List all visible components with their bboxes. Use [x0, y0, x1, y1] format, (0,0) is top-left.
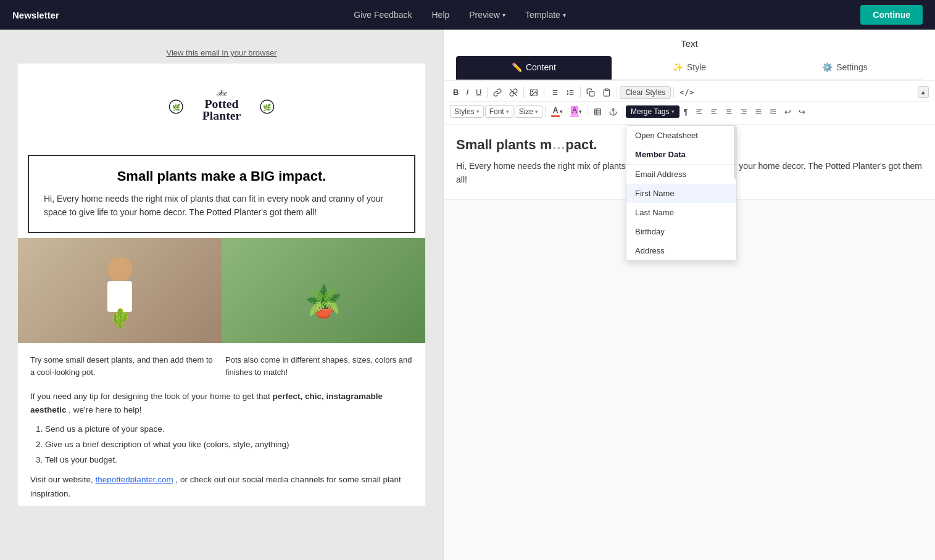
dropdown-first-name[interactable]: First Name	[626, 184, 736, 203]
merge-tags-dropdown-menu: Open Cheatsheet Member Data Email Addres…	[626, 125, 737, 261]
separator-8	[588, 106, 588, 117]
italic-button[interactable]: I	[463, 86, 472, 99]
svg-text:🪴: 🪴	[304, 283, 343, 320]
view-browser-link[interactable]: View this email in your browser	[167, 48, 277, 57]
copy-button[interactable]	[583, 86, 598, 99]
svg-rect-25	[595, 109, 601, 115]
dropdown-last-name[interactable]: Last Name	[626, 203, 736, 222]
table-button[interactable]	[591, 106, 605, 118]
template-arrow-icon: ▾	[563, 12, 566, 19]
ul-button[interactable]	[547, 86, 562, 99]
table-icon	[594, 108, 602, 116]
separator-6	[673, 87, 674, 98]
align-center-button[interactable]	[722, 106, 736, 117]
align-left-button[interactable]	[707, 106, 721, 117]
tab-content[interactable]: ✏️ Content	[456, 56, 612, 80]
font-label: Font	[489, 107, 504, 116]
para-mark-button[interactable]: ¶	[681, 105, 691, 118]
merge-tags-button[interactable]: Merge Tags ▾	[626, 105, 679, 118]
website-link[interactable]: thepottedplanter.com	[96, 475, 173, 484]
separator-2	[523, 87, 524, 98]
plant-image-right: 🪴	[222, 238, 425, 343]
main-layout: View this email in your browser 𝒯he Pott…	[0, 30, 935, 560]
tips-list: Send us a picture of your space. Give us…	[45, 422, 413, 467]
right-panel: Text ✏️ Content ✨ Style ⚙️ Settings	[443, 30, 935, 560]
svg-text:🌿: 🌿	[263, 104, 272, 112]
body2-prefix: Visit our website,	[30, 475, 96, 484]
toolbar-row1: B I U	[450, 84, 929, 102]
view-browser-bar: View this email in your browser	[160, 42, 283, 64]
ol-button[interactable]	[563, 86, 578, 99]
dropdown-birthday[interactable]: Birthday	[626, 222, 736, 241]
align-marker-button[interactable]	[692, 106, 706, 117]
font-dropdown[interactable]: Font ▾	[485, 105, 513, 118]
align-justify-icon	[755, 108, 762, 115]
size-dropdown[interactable]: Size ▾	[515, 105, 542, 118]
image-icon	[530, 88, 538, 97]
help-link[interactable]: Help	[431, 10, 449, 20]
editor-heading-dots: …	[552, 137, 565, 152]
clear-styles-button[interactable]: Clear Styles	[620, 86, 671, 99]
link-button[interactable]	[490, 86, 505, 99]
bg-color-button[interactable]: A ▾	[567, 104, 585, 119]
align-right-button[interactable]	[737, 106, 750, 117]
indent-button[interactable]	[767, 106, 780, 117]
nav-center: Give Feedback Help Preview ▾ Template ▾	[354, 10, 566, 20]
tab-settings[interactable]: ⚙️ Settings	[767, 56, 923, 80]
font-arrow-icon: ▾	[506, 109, 509, 115]
settings-icon: ⚙️	[822, 62, 833, 72]
logo-svg: 𝒯he Potted Planter 🌿 🌿	[166, 76, 277, 138]
body1-end: , we're here to help!	[69, 405, 141, 414]
template-menu[interactable]: Template ▾	[525, 10, 566, 20]
align-justify-button[interactable]	[752, 106, 765, 117]
content-block: Small plants make a BIG impact. Hi, Ever…	[28, 155, 415, 233]
continue-button[interactable]: Continue	[860, 5, 923, 25]
undo-button[interactable]: ↩	[781, 105, 794, 118]
size-arrow-icon: ▾	[535, 109, 538, 115]
top-nav: Newsletter Give Feedback Help Preview ▾ …	[0, 0, 935, 30]
svg-point-13	[532, 91, 533, 92]
editor-heading-suffix: pact.	[565, 137, 597, 152]
paste-button[interactable]	[599, 86, 614, 99]
collapse-toolbar-button[interactable]: ▴	[918, 86, 929, 98]
unlink-icon	[509, 88, 518, 97]
tab-style[interactable]: ✨ Style	[612, 56, 767, 80]
list-item-1: Send us a picture of your space.	[45, 422, 413, 436]
align-right-icon	[740, 108, 747, 115]
bold-button[interactable]: B	[450, 86, 462, 99]
tab-style-label: Style	[687, 62, 706, 72]
redo-button[interactable]: ↪	[796, 105, 808, 118]
give-feedback-link[interactable]: Give Feedback	[354, 10, 412, 20]
toolbar: B I U	[444, 81, 935, 125]
underline-button[interactable]: U	[473, 86, 484, 99]
logo-area: 𝒯he Potted Planter 🌿 🌿	[18, 64, 425, 152]
styles-dropdown[interactable]: Styles ▾	[450, 105, 484, 118]
dropdown-member-data-header: Member Data	[626, 145, 736, 165]
anchor-button[interactable]	[606, 106, 620, 118]
template-label: Template	[525, 10, 560, 20]
image-button[interactable]	[526, 86, 541, 99]
text-color-button[interactable]: A ▾	[548, 104, 566, 119]
dropdown-email-address[interactable]: Email Address	[626, 165, 736, 184]
merge-tags-arrow-icon: ▾	[671, 109, 675, 115]
text-color-icon: A	[551, 106, 560, 117]
separator-7	[545, 106, 546, 117]
body-para-1: If you need any tip for designing the lo…	[30, 390, 413, 418]
dropdown-open-cheatsheet[interactable]: Open Cheatsheet	[626, 126, 736, 145]
content-icon: ✏️	[512, 62, 522, 72]
panel-title: Text	[456, 38, 923, 49]
separator-5	[617, 87, 617, 98]
svg-text:🌿: 🌿	[172, 104, 181, 112]
col-text-right: Pots also come in different shapes, size…	[225, 354, 413, 379]
preview-menu[interactable]: Preview ▾	[469, 10, 505, 20]
code-button[interactable]: </>	[676, 86, 697, 99]
link-icon	[493, 88, 502, 97]
editor-body-prefix: Hi, Every home needs the right mix of pl…	[456, 161, 654, 171]
tab-content-label: Content	[526, 62, 556, 72]
list-item-3: Tell us your budget.	[45, 453, 413, 467]
unlink-button[interactable]	[506, 86, 521, 99]
paste-icon	[602, 88, 611, 97]
style-icon: ✨	[673, 62, 683, 72]
dropdown-address[interactable]: Address	[626, 241, 736, 260]
styles-label: Styles	[454, 107, 475, 116]
